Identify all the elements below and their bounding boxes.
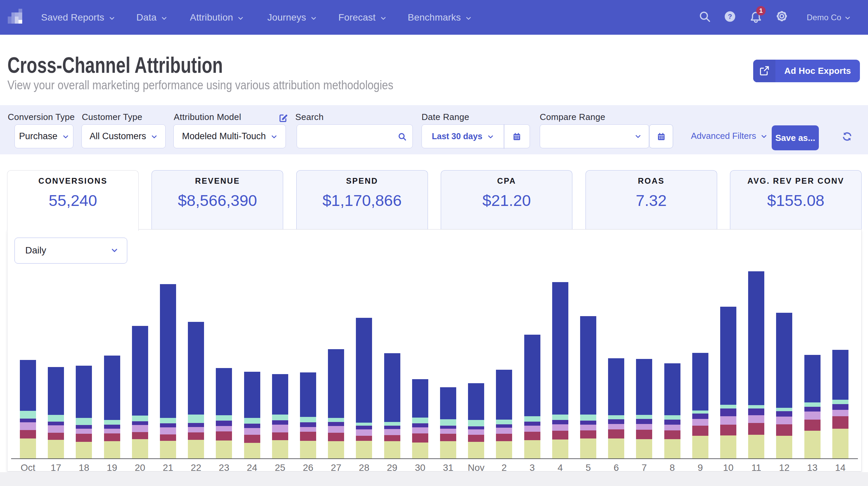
svg-text:?: ? [728,12,732,20]
